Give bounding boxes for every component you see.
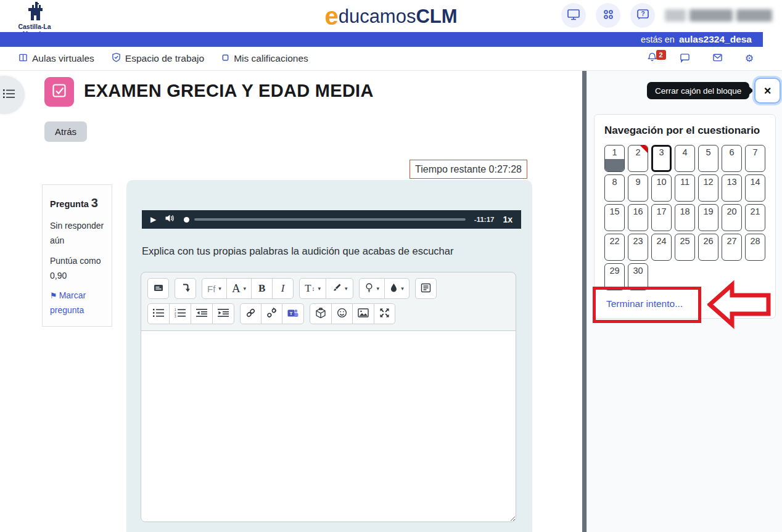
question-nav-button[interactable]: 9: [628, 174, 648, 202]
bold-button[interactable]: B: [251, 278, 273, 299]
notifications-button[interactable]: 2: [647, 52, 657, 65]
toolbar-toggle-button[interactable]: [147, 278, 169, 299]
question-nav-button[interactable]: 6: [722, 145, 742, 172]
image-button[interactable]: [352, 303, 374, 324]
question-nav-button[interactable]: 25: [675, 234, 695, 261]
volume-button[interactable]: [165, 213, 175, 226]
content-scrollbar[interactable]: [582, 71, 586, 532]
chevron-down-icon: ▾: [218, 285, 221, 292]
seek-track[interactable]: [194, 218, 466, 221]
question-nav-number: 14: [750, 177, 760, 201]
question-nav-button[interactable]: 16: [628, 204, 648, 231]
answer-editor: Ff▾ A▾ B I T↕▾ ▾: [141, 272, 516, 522]
question-nav-button[interactable]: 3: [651, 145, 672, 172]
bullet-list-button[interactable]: [147, 303, 170, 324]
up-down-arrows-icon: ↕: [312, 285, 315, 292]
close-drawer-button[interactable]: ×: [754, 78, 781, 104]
nav-item-aulas-virtuales[interactable]: Aulas virtuales: [19, 53, 94, 65]
question-nav-number: 11: [680, 177, 689, 201]
outdent-button[interactable]: [191, 303, 213, 324]
messages-button[interactable]: [680, 52, 690, 65]
question-nav-button[interactable]: 12: [698, 174, 718, 202]
manage-files-button[interactable]: [415, 278, 437, 299]
question-nav-button[interactable]: 8: [604, 174, 625, 202]
numbered-list-button[interactable]: 123: [169, 303, 191, 324]
nav-item-mis-calificaciones[interactable]: Mis calificaciones: [221, 53, 308, 64]
question-nav-number: 17: [656, 207, 666, 231]
autosave-indicator-button[interactable]: [175, 278, 196, 299]
curved-down-arrow-icon: [181, 282, 191, 295]
question-nav-button[interactable]: 17: [651, 204, 672, 231]
question-nav-button[interactable]: 27: [722, 234, 742, 261]
user-name-redacted[interactable]: [665, 9, 772, 22]
back-button[interactable]: Atrás: [44, 121, 87, 142]
question-nav-button[interactable]: 10: [651, 174, 672, 202]
highlight-button[interactable]: ▾: [359, 278, 385, 299]
question-nav-button[interactable]: 22: [604, 234, 625, 261]
question-nav-button[interactable]: 14: [745, 174, 765, 202]
question-nav-button[interactable]: 11: [675, 174, 695, 202]
mail-button[interactable]: [712, 52, 723, 65]
question-nav-button[interactable]: 21: [745, 204, 765, 231]
question-nav-number: 29: [609, 266, 619, 290]
finish-attempt-link[interactable]: Terminar intento...: [606, 298, 683, 309]
play-button[interactable]: ▶: [150, 215, 156, 224]
teams-button[interactable]: T: [282, 303, 304, 324]
question-nav-button[interactable]: 30: [628, 263, 648, 290]
indent-icon: [218, 308, 229, 319]
unlink-button[interactable]: [261, 303, 282, 324]
question-nav-number: 21: [750, 207, 760, 231]
svg-text:3: 3: [175, 315, 176, 317]
course-index-toggle[interactable]: [0, 76, 25, 114]
text-color-button[interactable]: ▾: [326, 278, 353, 299]
svg-text:?: ?: [641, 10, 644, 17]
font-size-button[interactable]: A▾: [226, 278, 252, 299]
chevron-down-icon: ▾: [318, 285, 321, 292]
question-nav-button[interactable]: 29: [604, 263, 625, 290]
flag-icon: ⚑: [50, 291, 57, 300]
question-nav-number: 8: [612, 177, 617, 201]
unlink-icon: [266, 308, 277, 320]
h5p-button[interactable]: [310, 303, 332, 324]
answer-textarea[interactable]: [141, 330, 516, 522]
question-nav-button[interactable]: 24: [651, 234, 672, 261]
question-nav-button[interactable]: 2: [628, 145, 648, 172]
link-button[interactable]: [240, 303, 261, 324]
fullscreen-button[interactable]: [374, 303, 395, 324]
question-nav-button[interactable]: 5: [698, 145, 718, 172]
settings-button[interactable]: ⚙: [745, 54, 754, 63]
question-nav-button[interactable]: 18: [675, 204, 695, 231]
playback-speed-button[interactable]: 1x: [503, 215, 512, 224]
italic-button[interactable]: I: [272, 278, 294, 299]
indent-button[interactable]: [212, 303, 234, 324]
help-button[interactable]: ?: [630, 3, 655, 28]
question-nav-button[interactable]: 28: [745, 234, 765, 261]
question-nav-number: 5: [706, 147, 710, 171]
text-style-button[interactable]: T↕▾: [299, 278, 326, 299]
seek-handle[interactable]: [184, 217, 189, 223]
font-family-button[interactable]: Ff▾: [202, 278, 227, 299]
question-nav-button[interactable]: 13: [722, 174, 742, 202]
shield-check-icon: [112, 52, 121, 65]
question-nav-button[interactable]: 23: [628, 234, 648, 261]
svg-text:1: 1: [175, 308, 176, 311]
display-button[interactable]: [561, 3, 586, 28]
nav-item-espacio-de-trabajo[interactable]: Espacio de trabajo: [112, 52, 204, 65]
emoji-button[interactable]: [331, 303, 353, 324]
question-nav-button[interactable]: 26: [698, 234, 718, 261]
question-nav-button[interactable]: 4: [675, 145, 695, 172]
question-nav-number: 10: [656, 177, 666, 201]
question-nav-button[interactable]: 15: [604, 204, 625, 231]
flag-question-link[interactable]: ⚑Marcar pregunta: [50, 288, 104, 317]
question-nav-button[interactable]: 7: [745, 145, 765, 172]
question-nav-button[interactable]: 19: [698, 204, 718, 231]
question-nav-button[interactable]: 20: [722, 204, 742, 231]
droplet-icon: [390, 283, 398, 295]
question-status: Sin responder aún: [50, 218, 104, 248]
apps-button[interactable]: [596, 3, 620, 28]
chat-icon: [680, 52, 690, 65]
chevron-down-icon: ▾: [244, 285, 247, 292]
question-nav-number: 1: [612, 147, 617, 171]
background-color-button[interactable]: ▾: [384, 278, 410, 299]
question-nav-button[interactable]: 1: [604, 145, 625, 172]
